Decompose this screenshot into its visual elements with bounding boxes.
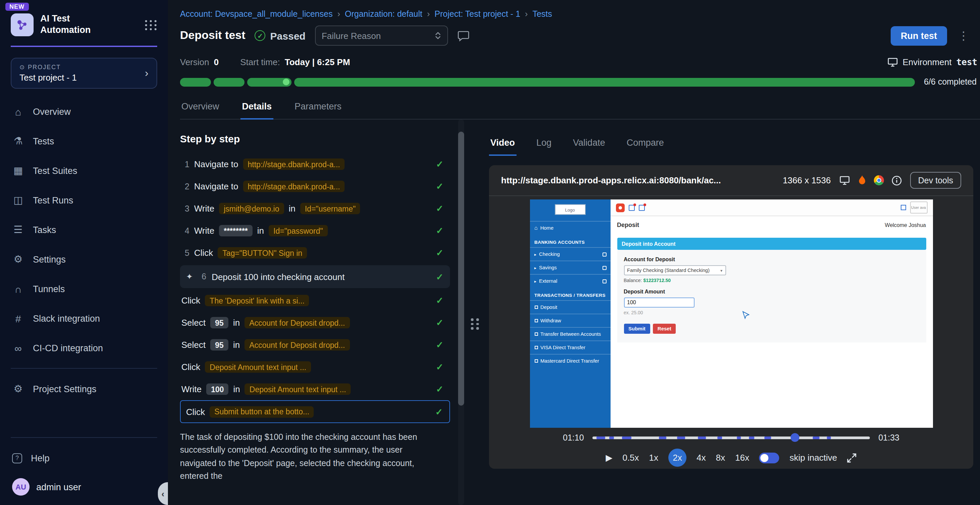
account-for-deposit-label: Account for Deposit bbox=[624, 257, 926, 262]
tab-log[interactable]: Log bbox=[535, 133, 553, 155]
sidebar-item-tunnels[interactable]: ∩ Tunnels bbox=[0, 274, 168, 303]
bank-nav-mastercard: Mastercard Direct Transfer bbox=[530, 354, 610, 367]
step-row-click-amount[interactable]: Click Deposit Amount text input ... ✓ bbox=[180, 356, 450, 378]
sidebar-item-overview[interactable]: ⌂ Overview bbox=[0, 97, 168, 126]
breadcrumb-account[interactable]: Account: Devspace_all_module_licenses bbox=[180, 10, 340, 19]
meta-row: Version 0 Start time: Today | 6:25 PM En… bbox=[180, 57, 980, 67]
progress-segment[interactable] bbox=[180, 78, 211, 86]
gear-icon: ⚙ bbox=[12, 383, 24, 395]
step-success-icon: ✓ bbox=[436, 362, 443, 372]
sidebar-item-help[interactable]: ? Help bbox=[0, 443, 168, 473]
step-row-4[interactable]: 4 Write ******** in Id="password" ✓ bbox=[180, 219, 450, 242]
run-test-button[interactable]: Run test bbox=[891, 26, 947, 45]
step-success-icon: ✓ bbox=[436, 159, 443, 169]
step-row-3[interactable]: 3 Write jsmith@demo.io in Id="username" … bbox=[180, 197, 450, 219]
flame-icon bbox=[858, 175, 867, 185]
page-title: Deposit test bbox=[180, 29, 245, 42]
step-success-icon: ✓ bbox=[436, 295, 443, 306]
tab-parameters[interactable]: Parameters bbox=[293, 97, 343, 119]
bank-sidebar: Logo Home BANKING ACCOUNTS Checking Savi… bbox=[530, 199, 610, 428]
step-group-6[interactable]: ✦ 6 Deposit 100 into checking account ✓ bbox=[180, 265, 450, 288]
user-menu[interactable]: AU admin user bbox=[0, 473, 168, 500]
sidebar-item-test-suites[interactable]: ▦ Test Suites bbox=[0, 156, 168, 185]
apps-grid-icon[interactable] bbox=[145, 20, 157, 30]
sidebar-item-cicd-integration[interactable]: ∞ CI-CD integration bbox=[0, 333, 168, 363]
panel-resize-handle[interactable] bbox=[471, 318, 480, 329]
play-button[interactable]: ▶ bbox=[606, 453, 612, 463]
tab-compare[interactable]: Compare bbox=[625, 133, 665, 155]
speed-2x-active[interactable]: 2x bbox=[668, 449, 686, 467]
app-root: NEW AI Test Automation PROJECT Test proj… bbox=[0, 0, 980, 505]
step-param: ******** bbox=[219, 225, 253, 237]
step-param: Id="password" bbox=[269, 225, 328, 237]
breadcrumb-organization[interactable]: Organization: default bbox=[345, 10, 430, 19]
step-row-click-submit-selected[interactable]: Click Submit button at the botto... ✓ bbox=[180, 400, 450, 423]
speed-16x[interactable]: 16x bbox=[735, 453, 749, 463]
fullscreen-icon[interactable] bbox=[847, 453, 857, 462]
failure-reason-select[interactable]: Failure Reason bbox=[315, 25, 448, 46]
speed-8x[interactable]: 8x bbox=[716, 453, 725, 463]
square-icon bbox=[900, 205, 906, 210]
bank-nav-deposit: Deposit bbox=[530, 300, 610, 314]
speed-4x[interactable]: 4x bbox=[697, 453, 706, 463]
sidebar-item-project-settings[interactable]: ⚙ Project Settings bbox=[0, 374, 168, 403]
sidebar-item-tests[interactable]: ⚗ Tests bbox=[0, 126, 168, 156]
step-row-select-account-2[interactable]: Select 95 in Account for Deposit dropd..… bbox=[180, 334, 450, 356]
breadcrumb: Account: Devspace_all_module_licenses Or… bbox=[180, 0, 980, 19]
progress-segment[interactable] bbox=[213, 78, 245, 86]
bank-deposit-form: Account for Deposit Family Checking (Sta… bbox=[617, 250, 926, 343]
content: Step by step 1 Navigate to http://stage.… bbox=[180, 119, 980, 505]
sidebar-nav: ⌂ Overview ⚗ Tests ▦ Test Suites ◫ Test … bbox=[0, 97, 168, 363]
avatar: AU bbox=[12, 478, 30, 495]
step-group-title: Deposit 100 into checking account bbox=[212, 272, 345, 282]
sidebar-item-tasks[interactable]: ☰ Tasks bbox=[0, 215, 168, 245]
steps-heading: Step by step bbox=[180, 133, 450, 145]
step-param: http://stage.dbank.prod-a... bbox=[243, 181, 345, 192]
step-row-1[interactable]: 1 Navigate to http://stage.dbank.prod-a.… bbox=[180, 153, 450, 175]
step-row-5[interactable]: 5 Click Tag="BUTTON" Sign in ✓ bbox=[180, 242, 450, 264]
tab-video[interactable]: Video bbox=[489, 133, 516, 155]
speed-0.5x[interactable]: 0.5x bbox=[622, 453, 639, 463]
speed-1x[interactable]: 1x bbox=[649, 453, 658, 463]
step-param: jsmith@demo.io bbox=[219, 203, 284, 214]
breadcrumb-project[interactable]: Project: Test project - 1 bbox=[434, 10, 528, 19]
progress-label: 6/6 completed bbox=[924, 77, 977, 87]
step-success-icon: ✓ bbox=[436, 318, 443, 328]
video-header: http://stage.dbank.prod-apps.relicx.ai:8… bbox=[489, 165, 973, 196]
timeline: 01:10 bbox=[489, 428, 973, 443]
step-row-write-amount[interactable]: Write 100 in Deposit Amount text input .… bbox=[180, 378, 450, 400]
step-param: Deposit Amount text input ... bbox=[245, 383, 351, 395]
scrollbar-thumb[interactable] bbox=[458, 132, 464, 406]
step-param: http://stage.dbank.prod-a... bbox=[243, 159, 345, 170]
divider bbox=[11, 368, 157, 369]
skip-inactive-toggle[interactable] bbox=[759, 452, 780, 463]
help-icon: ? bbox=[12, 453, 22, 463]
check-circle-icon: ✓ bbox=[255, 30, 266, 41]
user-avatar-placeholder: User ava bbox=[910, 202, 927, 214]
tab-overview[interactable]: Overview bbox=[180, 97, 221, 119]
sidebar-item-slack-integration[interactable]: # Slack integration bbox=[0, 303, 168, 333]
info-icon[interactable] bbox=[891, 175, 902, 186]
step-row-2[interactable]: 2 Navigate to http://stage.dbank.prod-a.… bbox=[180, 175, 450, 197]
progress-row: 6/6 completed bbox=[180, 77, 980, 87]
breadcrumb-tests[interactable]: Tests bbox=[532, 10, 552, 19]
video-header-icons bbox=[839, 175, 902, 186]
step-row-select-account-1[interactable]: Select 95 in Account for Deposit dropd..… bbox=[180, 311, 450, 334]
dev-tools-button[interactable]: Dev tools bbox=[910, 172, 961, 189]
project-selector[interactable]: PROJECT Test project - 1 › bbox=[11, 58, 157, 89]
comment-icon[interactable] bbox=[457, 30, 469, 41]
tab-validate[interactable]: Validate bbox=[572, 133, 606, 155]
bank-nav-checking: Checking bbox=[530, 247, 610, 260]
grid-icon: ▦ bbox=[12, 165, 24, 176]
progress-segment[interactable] bbox=[294, 78, 915, 86]
activity-segment bbox=[764, 437, 772, 439]
sidebar-item-settings[interactable]: ⚙ Settings bbox=[0, 245, 168, 274]
sidebar-item-test-runs[interactable]: ◫ Test Runs bbox=[0, 185, 168, 215]
playhead[interactable] bbox=[791, 433, 800, 442]
tab-details[interactable]: Details bbox=[241, 97, 274, 119]
kebab-menu-icon[interactable]: ⋮ bbox=[956, 29, 970, 43]
step-row-click-deposit-link[interactable]: Click The 'Deposit' link with a si... ✓ bbox=[180, 289, 450, 311]
scrub-track[interactable] bbox=[593, 437, 870, 439]
step-param: The 'Deposit' link with a si... bbox=[205, 295, 309, 306]
progress-segment[interactable] bbox=[247, 78, 291, 86]
